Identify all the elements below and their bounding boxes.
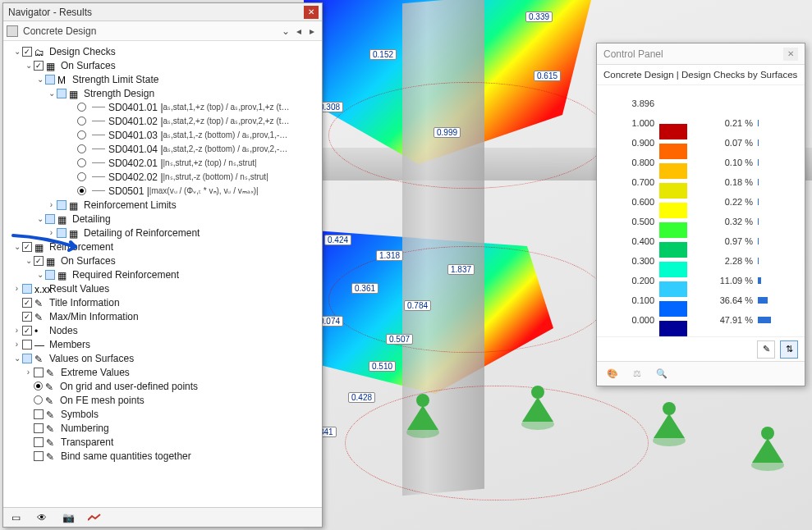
radio[interactable] [77,172,86,181]
expand-icon[interactable]: › [11,340,22,349]
radio[interactable] [77,103,86,112]
tab-filter-icon[interactable]: 🔍 [653,365,671,383]
tree-title-info[interactable]: ✎ Title Information [5,295,320,309]
numbering-icon: ✎ [46,423,57,433]
collapse-icon[interactable]: ⌄ [23,61,34,70]
legend-row: 0.00047.91 % [615,310,793,330]
radio[interactable] [77,158,86,167]
checkbox[interactable] [34,368,44,377]
radio[interactable] [77,144,86,153]
tree-on-fe[interactable]: ✎ On FE mesh points [5,393,320,407]
radio[interactable] [77,117,86,126]
checkbox[interactable] [34,437,44,447]
checkbox[interactable] [45,75,55,85]
navigator-tree[interactable]: ⌄ 🗂 Design Checks ⌄ ▦ On Surfaces ⌄ M St… [3,41,322,507]
tree-members[interactable]: › — Members [5,337,320,351]
checkbox[interactable] [45,214,55,224]
tree-strength-design[interactable]: ⌄ ▦ Strength Design [5,86,320,100]
tree-sd-item[interactable]: SD0501 | |max(vᵤ / (Φᵥ,ₜ * vₙ), vᵤ / vₘₐ… [5,184,320,198]
checkbox[interactable] [22,326,32,336]
edit-legend-button[interactable]: ✎ [757,340,775,359]
tree-maxmin-info[interactable]: ✎ Max/Min Information [5,309,320,323]
navigator-titlebar[interactable]: Navigator - Results ✕ [3,3,322,21]
tree-sd-item[interactable]: SD0401.04 | aₛ,stat,2,-z (bottom) / aₛ,p… [5,142,320,156]
checkbox[interactable] [22,354,32,363]
checkbox[interactable] [45,270,55,280]
radio[interactable] [77,130,86,139]
tab-results-icon[interactable] [85,510,103,525]
chevron-down-icon[interactable]: ⌄ [281,26,291,36]
tree-design-checks[interactable]: ⌄ 🗂 Design Checks [5,44,320,58]
tree-symbols[interactable]: ✎ Symbols [5,407,320,421]
legend-swatch [659,301,687,317]
detailing-icon: ▦ [57,214,69,224]
tree-numbering[interactable]: ✎ Numbering [5,421,320,435]
tree-nodes[interactable]: › • Nodes [5,323,320,337]
tree-sd-item[interactable]: SD0402.02 | |nₛ,strut,-z (bottom) / nₛ,s… [5,170,320,184]
tab-color-scale-icon[interactable]: 🎨 [603,365,622,383]
tree-required-reinf[interactable]: ⌄ ▦ Required Reinforcement [5,267,320,281]
collapse-icon[interactable]: ⌄ [11,47,22,56]
checkbox[interactable] [22,340,32,350]
checkbox[interactable] [34,409,44,419]
checkbox[interactable] [34,423,44,433]
toggle-scale-button[interactable]: ⇅ [780,340,798,359]
tree-result-values[interactable]: › x.xx Result Values [5,281,320,295]
legend-bar [758,159,773,166]
nav-next-icon[interactable]: ▸ [307,26,317,36]
collapse-icon[interactable]: ⌄ [34,270,45,279]
design-icon: ▦ [69,89,80,98]
tree-detailing[interactable]: ⌄ ▦ Detailing [5,212,320,226]
checkbox[interactable] [22,298,32,308]
checkbox[interactable] [22,312,32,322]
radio[interactable] [34,382,43,391]
close-icon[interactable]: ✕ [304,6,319,19]
close-icon[interactable]: ✕ [783,48,798,61]
expand-icon[interactable]: › [23,368,34,377]
collapse-icon[interactable]: ⌄ [23,256,34,265]
tree-sd-item[interactable]: SD0401.01 | aₛ,stat,1,+z (top) / aₛ,prov… [5,100,320,114]
fe-icon: ✎ [45,395,57,405]
expand-icon[interactable]: › [46,200,57,209]
tree-on-surfaces-2[interactable]: ⌄ ▦ On Surfaces [5,254,320,267]
checkbox[interactable] [22,47,32,57]
collapse-icon[interactable]: ⌄ [34,75,45,84]
tree-extreme-values[interactable]: › ✎ Extreme Values [5,365,320,379]
collapse-icon[interactable]: ⌄ [46,89,57,98]
radio[interactable] [77,186,86,195]
tree-on-surfaces[interactable]: ⌄ ▦ On Surfaces [5,58,320,72]
checkbox[interactable] [34,61,44,71]
tree-sd-item[interactable]: SD0401.03 | aₛ,stat,1,-z (bottom) / aₛ,p… [5,128,320,142]
tree-reinforcement-limits[interactable]: › ▦ Reinforcement Limits [5,198,320,212]
tab-factors-icon[interactable]: ⚖ [628,365,646,383]
tree-bind-same[interactable]: ✎ Bind same quantities together [5,449,320,463]
legend-row: 3.896 [615,94,793,113]
tree-transparent[interactable]: ✎ Transparent [5,435,320,449]
radio[interactable] [34,395,43,404]
support-icon [747,427,788,468]
navigator-category-bar[interactable]: Concrete Design ⌄ ◂ ▸ [3,21,322,41]
collapse-icon[interactable]: ⌄ [34,214,45,223]
tab-views-icon[interactable]: 📷 [59,510,77,525]
expand-icon[interactable]: › [11,284,22,293]
control-panel[interactable]: Control Panel ✕ Concrete Design | Design… [596,43,805,386]
expand-icon[interactable]: › [11,326,22,335]
tree-sd-item[interactable]: SD0402.01 | |nₛ,strut,+z (top) / nₛ,stru… [5,156,320,170]
tree-on-grid[interactable]: ✎ On grid and user-defined points [5,379,320,393]
checkbox[interactable] [34,256,44,266]
collapse-icon[interactable]: ⌄ [11,354,22,363]
members-icon: — [34,340,46,350]
tree-values-on-surfaces[interactable]: ⌄ ✎ Values on Surfaces [5,351,320,365]
tree-strength-limit[interactable]: ⌄ M Strength Limit State [5,72,320,86]
checkbox[interactable] [34,451,44,461]
checkbox[interactable] [57,200,67,210]
tab-display-icon[interactable]: 👁 [33,510,51,525]
dash-icon [92,176,105,177]
control-panel-titlebar[interactable]: Control Panel ✕ [597,43,805,65]
nav-prev-icon[interactable]: ◂ [294,26,304,36]
checkbox[interactable] [22,284,32,294]
tree-sd-item[interactable]: SD0401.02 | aₛ,stat,2,+z (top) / aₛ,prov… [5,114,320,128]
checkbox[interactable] [57,89,67,98]
control-panel-tabs: 🎨 ⚖ 🔍 [597,361,805,386]
tab-data-icon[interactable]: ▭ [7,510,25,525]
